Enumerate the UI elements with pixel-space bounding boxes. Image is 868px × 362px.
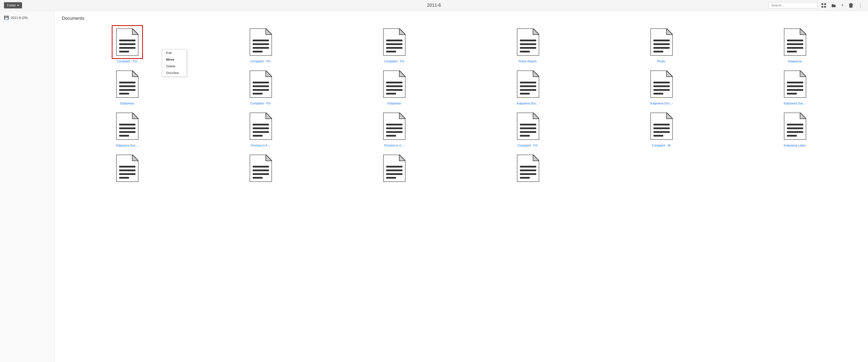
svg-rect-81 <box>119 128 135 129</box>
doc-icon-wrap <box>379 68 409 100</box>
svg-rect-110 <box>787 124 803 126</box>
document-item[interactable]: Complaint - FG- <box>195 68 326 105</box>
svg-rect-21 <box>386 43 402 45</box>
doc-icon-wrap <box>513 68 543 100</box>
svg-rect-32 <box>653 39 670 41</box>
svg-rect-15 <box>253 43 269 45</box>
svg-rect-65 <box>520 93 530 94</box>
document-item[interactable]: Subpoena- <box>730 26 861 63</box>
svg-rect-134 <box>520 166 536 168</box>
svg-rect-59 <box>386 93 396 94</box>
svg-marker-103 <box>666 113 673 119</box>
doc-label: Subpoena- <box>788 60 803 63</box>
doc-label: Subpoena- <box>387 102 402 105</box>
svg-marker-7 <box>132 28 138 35</box>
document-item[interactable]: Subpoena Letter- <box>730 110 861 147</box>
doc-label: Complaint - FG- <box>518 144 538 147</box>
document-item[interactable]: Promise to A...- <box>329 110 460 147</box>
svg-marker-121 <box>266 155 272 161</box>
doc-icon-wrap <box>513 110 543 142</box>
document-item[interactable] <box>329 152 460 186</box>
document-item[interactable]: Complaint - FG- <box>463 110 594 147</box>
doc-label: Complaint - FG- <box>250 102 272 105</box>
layout: 💾 2011-6 (29) Documents Complaint - FG- <box>0 11 868 362</box>
svg-rect-83 <box>119 135 129 137</box>
svg-rect-51 <box>253 85 269 87</box>
svg-rect-56 <box>386 82 402 83</box>
document-item[interactable] <box>62 152 193 186</box>
document-item[interactable]: Photo- <box>596 26 727 63</box>
doc-icon-wrap <box>113 110 142 142</box>
svg-rect-82 <box>119 131 135 133</box>
document-item[interactable]: Promise to A...- <box>195 110 326 147</box>
drive-icon: 💾 <box>4 15 9 20</box>
doc-icon-wrap <box>246 26 276 58</box>
add-button[interactable]: + <box>840 2 845 9</box>
doc-icon-wrap <box>246 68 276 100</box>
document-item[interactable]: Complaint - FG- <box>329 26 460 63</box>
svg-rect-46 <box>119 89 135 91</box>
doc-icon-wrap <box>513 152 543 184</box>
svg-rect-62 <box>520 82 536 83</box>
svg-rect-107 <box>653 135 663 137</box>
more-button[interactable]: ⋮ <box>857 2 864 9</box>
svg-marker-115 <box>132 155 138 161</box>
doc-label: Subpoena Letter- <box>784 144 807 147</box>
svg-rect-116 <box>119 166 135 168</box>
context-menu-move[interactable]: Move <box>162 56 186 63</box>
svg-rect-92 <box>386 124 402 126</box>
svg-marker-25 <box>533 28 539 35</box>
document-item[interactable]: Police Report- <box>463 26 594 63</box>
page-title: 2011-6 <box>427 3 441 8</box>
document-item[interactable]: Complaint - FG- <box>195 26 326 63</box>
svg-rect-57 <box>386 85 402 87</box>
grid-view-button[interactable] <box>820 2 828 9</box>
doc-icon-wrap <box>647 68 676 100</box>
doc-label: Complaint - FG- <box>384 60 405 63</box>
topbar: Folder ▾ 2011-6 + ⋮ <box>0 0 868 11</box>
document-item[interactable]: Subpoena Duc...- <box>62 110 193 147</box>
document-item[interactable]: Subpoena Duc...- <box>730 68 861 105</box>
svg-rect-39 <box>787 43 803 45</box>
document-item[interactable]: Subpoena- <box>329 68 460 105</box>
search-input[interactable] <box>768 2 818 8</box>
svg-rect-98 <box>520 124 536 126</box>
doc-label: Photo- <box>657 60 666 63</box>
svg-rect-129 <box>386 169 402 171</box>
svg-rect-122 <box>253 166 269 168</box>
svg-rect-101 <box>520 135 530 137</box>
delete-button[interactable] <box>847 2 855 9</box>
document-item[interactable]: Complaint - M- <box>596 110 727 147</box>
svg-rect-106 <box>653 131 670 133</box>
svg-rect-77 <box>787 93 797 94</box>
topbar-right: + ⋮ <box>768 2 864 9</box>
svg-rect-112 <box>787 131 803 133</box>
svg-rect-16 <box>253 47 269 49</box>
document-item[interactable]: Subpoena Duc...- <box>463 68 594 105</box>
context-menu-delete[interactable]: Delete <box>162 63 186 69</box>
folder-view-button[interactable] <box>830 2 838 9</box>
svg-rect-131 <box>386 177 396 179</box>
svg-marker-49 <box>266 71 272 77</box>
sidebar-item-folder[interactable]: 💾 2011-6 (29) <box>0 13 54 22</box>
svg-rect-41 <box>787 51 797 52</box>
svg-rect-8 <box>119 39 135 41</box>
svg-rect-93 <box>386 128 402 129</box>
document-item[interactable] <box>195 152 326 186</box>
folder-button[interactable]: Folder ▾ <box>4 2 22 8</box>
doc-icon-wrap <box>647 110 676 142</box>
svg-rect-95 <box>386 135 396 137</box>
context-menu-docview[interactable]: DocView <box>162 69 186 76</box>
svg-marker-43 <box>132 71 138 77</box>
document-item[interactable] <box>463 152 594 186</box>
svg-rect-130 <box>386 173 402 175</box>
context-menu-edit[interactable]: Edit <box>162 50 186 56</box>
doc-icon-wrap <box>379 26 409 58</box>
svg-rect-20 <box>386 39 402 41</box>
svg-rect-0 <box>822 3 823 5</box>
document-item[interactable]: Subpoena Duc...- <box>596 68 727 105</box>
sidebar: 💾 2011-6 (29) <box>0 11 54 362</box>
svg-rect-26 <box>520 39 536 41</box>
svg-rect-2 <box>822 6 823 8</box>
doc-icon-wrap <box>246 152 276 184</box>
